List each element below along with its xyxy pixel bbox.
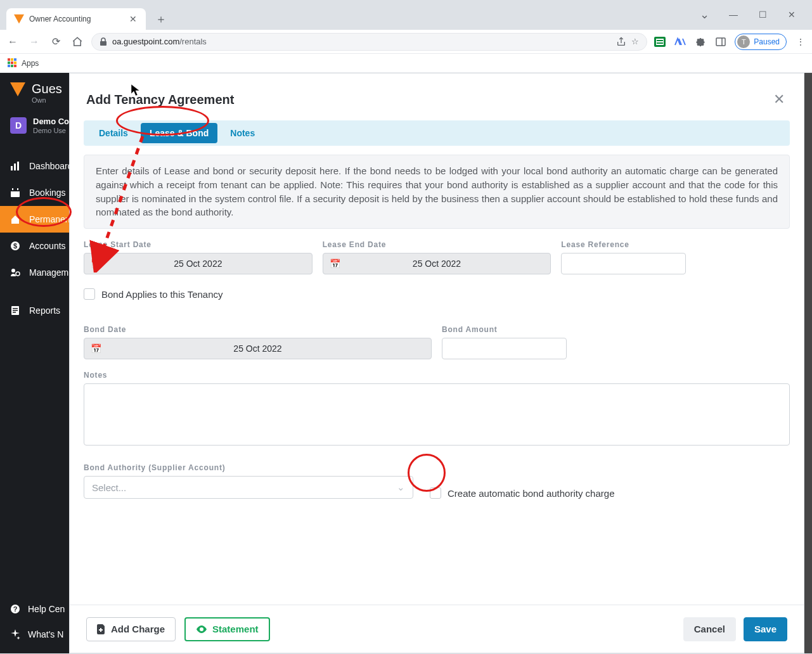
- chrome-menu-icon[interactable]: ⋮: [794, 35, 807, 48]
- tab-details[interactable]: Details: [90, 123, 137, 143]
- input-lease-start[interactable]: 📅 25 Oct 2022: [84, 253, 313, 274]
- profile-paused-badge[interactable]: T Paused: [735, 34, 787, 50]
- brand-logo-icon: [10, 82, 25, 96]
- input-lease-end[interactable]: 📅 25 Oct 2022: [323, 253, 551, 274]
- input-lease-ref[interactable]: [561, 253, 686, 274]
- share-icon[interactable]: [616, 37, 626, 47]
- bookmarks-bar: Apps: [0, 54, 812, 73]
- user-role: Demo Use: [33, 127, 69, 135]
- button-cancel[interactable]: Cancel: [683, 617, 736, 641]
- calendar-icon: 📅: [330, 259, 340, 269]
- extensions-menu-icon[interactable]: [694, 35, 707, 48]
- label-bond-amount: Bond Amount: [442, 325, 790, 334]
- svg-rect-9: [11, 166, 13, 170]
- value-lease-end: 25 Oct 2022: [323, 259, 551, 269]
- window-controls: ⌄ — ☐ ✕: [684, 0, 812, 29]
- file-plus-icon: [97, 624, 106, 634]
- user-avatar: D: [10, 117, 27, 134]
- dollar-icon: $: [10, 241, 22, 251]
- calendar-icon: [10, 188, 22, 198]
- lock-icon: [100, 37, 107, 46]
- value-lease-start: 25 Oct 2022: [84, 259, 312, 269]
- value-bond-date: 25 Oct 2022: [84, 343, 431, 354]
- label-notes: Notes: [84, 371, 790, 380]
- extension-icon-2[interactable]: [674, 35, 686, 48]
- profile-avatar: T: [737, 35, 750, 48]
- input-notes[interactable]: [84, 383, 790, 446]
- svg-rect-11: [17, 162, 19, 170]
- svg-point-19: [16, 272, 20, 276]
- input-bond-amount[interactable]: [442, 338, 567, 359]
- svg-rect-14: [12, 188, 13, 190]
- modal-title: Add Tenancy Agreement: [86, 93, 234, 107]
- label-bond-date: Bond Date: [84, 325, 432, 334]
- svg-rect-10: [14, 164, 16, 170]
- extension-icon-1[interactable]: [654, 35, 666, 48]
- svg-rect-5: [657, 42, 663, 44]
- nav-home-icon[interactable]: [70, 34, 85, 49]
- apps-label[interactable]: Apps: [22, 59, 39, 68]
- address-bar[interactable]: oa.guestpoint.com/rentals ☆: [91, 33, 647, 51]
- side-panel-icon[interactable]: [714, 35, 727, 48]
- label-bond-applies: Bond Applies to this Tenancy: [101, 289, 223, 300]
- home-key-icon: [10, 214, 22, 224]
- checkbox-auto-charge[interactable]: [430, 487, 441, 499]
- calendar-icon: 📅: [91, 259, 101, 269]
- button-statement[interactable]: Statement: [184, 617, 270, 641]
- button-save[interactable]: Save: [744, 617, 787, 641]
- window-close-icon[interactable]: ✕: [783, 10, 801, 20]
- tab-notes[interactable]: Notes: [221, 123, 264, 143]
- apps-icon[interactable]: [8, 58, 18, 68]
- modal-tabs: Details Lease & Bond Notes: [84, 120, 790, 146]
- brand-text: Gues: [32, 82, 62, 96]
- svg-rect-3: [656, 39, 664, 45]
- nav-forward-icon[interactable]: →: [27, 34, 42, 49]
- browser-tab[interactable]: Owner Accounting ✕: [6, 8, 146, 30]
- url-text: oa.guestpoint.com/rentals: [112, 37, 611, 46]
- svg-rect-15: [17, 188, 18, 190]
- browser-toolbar: ← → ⟳ oa.guestpoint.com/rentals ☆ T Paus…: [0, 30, 812, 54]
- label-bond-authority: Bond Authority (Supplier Account): [84, 463, 413, 472]
- info-panel: Enter details of Lease and bond or secur…: [84, 155, 790, 229]
- label-lease-ref: Lease Reference: [561, 240, 790, 249]
- tab-close-icon[interactable]: ✕: [128, 14, 138, 24]
- paused-label: Paused: [754, 37, 780, 46]
- tab-title: Owner Accounting: [29, 15, 123, 23]
- row-auto-charge[interactable]: Create automatic bond authority charge: [430, 487, 790, 499]
- checkbox-bond-applies[interactable]: [84, 288, 95, 300]
- svg-rect-6: [716, 38, 725, 46]
- svg-rect-21: [13, 308, 18, 309]
- button-add-charge[interactable]: Add Charge: [86, 617, 176, 641]
- users-gear-icon: [10, 267, 22, 278]
- select-bond-authority[interactable]: Select... ⌄: [84, 476, 413, 499]
- svg-rect-27: [99, 629, 103, 631]
- user-name: Demo Co: [33, 117, 69, 127]
- row-bond-applies[interactable]: Bond Applies to this Tenancy: [84, 288, 790, 300]
- tab-lease-bond[interactable]: Lease & Bond: [141, 123, 217, 143]
- chrome-account-chevron-icon[interactable]: ⌄: [695, 8, 713, 22]
- svg-rect-22: [13, 310, 18, 311]
- svg-rect-23: [13, 312, 16, 313]
- new-tab-button[interactable]: ＋: [152, 10, 170, 28]
- svg-marker-0: [14, 15, 24, 24]
- label-auto-charge: Create automatic bond authority charge: [448, 488, 615, 499]
- eye-icon: [196, 625, 207, 633]
- svg-text:$: $: [13, 242, 17, 250]
- modal-header: Add Tenancy Agreement ✕: [70, 74, 804, 120]
- label-lease-start: Lease Start Date: [84, 240, 313, 249]
- tab-favicon: [14, 14, 24, 24]
- modal-close-icon[interactable]: ✕: [771, 89, 787, 110]
- window-minimize-icon[interactable]: —: [725, 10, 742, 20]
- nav-back-icon[interactable]: ←: [5, 34, 20, 49]
- svg-rect-1: [100, 41, 106, 46]
- bar-chart-icon: [10, 161, 22, 171]
- nav-reload-icon[interactable]: ⟳: [48, 34, 63, 49]
- app-viewport: Gues Own D Demo Co Demo Use Dashboard Bo…: [0, 73, 812, 653]
- bookmark-star-icon[interactable]: ☆: [631, 37, 639, 46]
- svg-marker-8: [10, 82, 25, 96]
- input-bond-date[interactable]: 📅 25 Oct 2022: [84, 338, 432, 359]
- document-icon: [10, 305, 22, 316]
- svg-text:?: ?: [13, 605, 18, 613]
- window-maximize-icon[interactable]: ☐: [754, 10, 771, 20]
- sparkle-icon: [10, 629, 20, 639]
